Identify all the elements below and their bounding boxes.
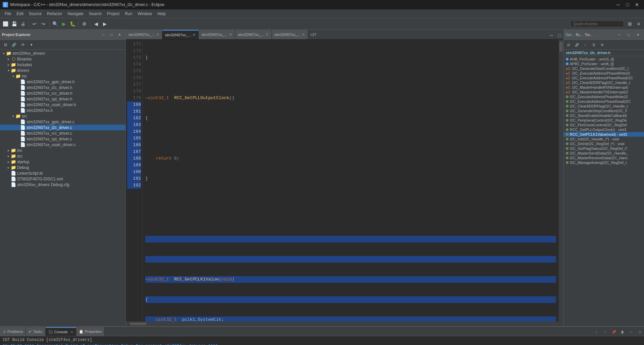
menu-navigate[interactable]: Navigate — [65, 9, 86, 18]
tree-item-src2[interactable]: ▸ 📁 src — [0, 153, 126, 159]
tab-close-1[interactable]: ✕ — [192, 33, 196, 37]
editor-tab-1[interactable]: stm32f407xx_... ✕ — [162, 30, 199, 39]
console-scroll-up[interactable]: ↑ — [601, 328, 609, 336]
save-button[interactable]: 💾 — [10, 20, 18, 28]
menu-file[interactable]: File — [2, 9, 14, 18]
rp-item-rcc-pclk1[interactable]: RCC_GetPCLK1Value(void) : uint3 — [564, 132, 644, 137]
rp-item-i2c-masterrcv[interactable]: I2C_MasterReceiveData(I2C_Hanc — [564, 156, 644, 160]
pe-link-button[interactable]: 🔗 — [10, 41, 18, 49]
editor-tab-0[interactable]: stm32f407xx_... ✕ — [126, 30, 162, 39]
rp-item-rcc-pll[interactable]: RCC_GetPLLOutputClock() : uint3 — [564, 127, 644, 132]
menu-help[interactable]: Help — [155, 9, 168, 18]
pe-menu-button[interactable]: ▾ — [28, 41, 36, 49]
menu-project[interactable]: Project — [104, 9, 122, 18]
tree-item-inc1[interactable]: ▾ 📁 inc — [0, 73, 126, 79]
rp-item-i2c-rxne[interactable]: ●S I2C_MasterHandleRXNEInterrupt( — [564, 85, 644, 90]
rp-item-i2c-periph-ctrl[interactable]: I2C_PeripheralControl(I2C_RegDe — [564, 118, 644, 123]
search-button[interactable]: 🔍 — [51, 20, 59, 28]
build-button[interactable]: ⚙ — [80, 20, 88, 28]
tree-item-rcc-c[interactable]: 📄 stm32f407xx_rcc_driver.c — [0, 130, 126, 136]
tab-close-2[interactable]: ✕ — [229, 32, 232, 37]
rp-item-i2c-addr-read2[interactable]: I2C_ExecuteAddressPhaseRead(I2C — [564, 99, 644, 104]
tab-close-3[interactable]: ✕ — [265, 32, 269, 37]
tree-item-includes[interactable]: ▸ 📁 Includes — [0, 62, 126, 68]
tree-item-usart-c[interactable]: 📄 stm32f407xx_usart_driver.c — [0, 142, 126, 147]
tree-item-gpio-h[interactable]: 📄 stm32f407xx_gpio_driver.h — [0, 79, 126, 85]
rp-item-i2c-slave[interactable]: I2C_SlaveEnableDisableCallbackE — [564, 113, 644, 118]
menu-search[interactable]: Search — [86, 9, 104, 18]
pe-collapse-button[interactable]: ⊟ — [1, 41, 9, 49]
perspective-button[interactable]: ⊞ — [626, 20, 634, 28]
rp-tab-tasks[interactable]: Tas... — [585, 31, 593, 39]
rp-item-i2c-mastersend[interactable]: I2C_MasterSendData(I2C_Handle_ — [564, 151, 644, 156]
rp-item-i2c-addr-write2[interactable]: I2C_ExecuteAddressPhaseWrite(I2 — [564, 94, 644, 99]
tree-item-rcc-h[interactable]: 📄 stm32f407xx_rcc_driver.h — [0, 90, 126, 96]
rp-item-i2c-init[interactable]: I2C_Init(I2C_Handle_t*) : void — [564, 137, 644, 141]
rp-item-i2c-deinit[interactable]: I2C_DeInit(I2C_RegDef_t*) : void — [564, 141, 644, 146]
tab-close-0[interactable]: ✕ — [156, 32, 159, 37]
tree-item-binaries[interactable]: ▸ ⬡ Binaries — [0, 56, 126, 62]
tree-item-i2c-h[interactable]: 📄 stm32f407xx_i2c_driver.h — [0, 85, 126, 90]
rp-item-i2c-start[interactable]: ●S I2C_GenerateStartCondition(I2C_I — [564, 66, 644, 71]
pe-minimize-button[interactable]: ─ — [99, 31, 107, 39]
rp-item-i2c-clear-addr1[interactable]: ●S I2C_ClearADDRFlag(I2C_Handle_t — [564, 80, 644, 85]
rp-item-i2c-txe[interactable]: ●S I2C_MasterHandleTXEInterrupt(I2 — [564, 90, 644, 94]
rp-filter[interactable]: ☰ — [590, 41, 598, 49]
scrollbar-horizontal[interactable] — [126, 321, 563, 326]
redo-button[interactable]: ↪ — [39, 20, 47, 28]
tab-close-4[interactable]: ✕ — [302, 32, 305, 37]
maximize-button[interactable]: □ — [623, 1, 632, 8]
run-button[interactable]: ▶ — [60, 20, 68, 28]
rp-tab-build[interactable]: Bu... — [575, 31, 583, 39]
menu-refactor[interactable]: Refactor — [44, 9, 65, 18]
undo-button[interactable]: ↩ — [31, 20, 39, 28]
rp-maximize-button[interactable]: □ — [625, 31, 633, 39]
menu-window[interactable]: Window — [135, 9, 155, 18]
rp-minimize-button[interactable]: ─ — [615, 31, 623, 39]
bottom-tab-tasks[interactable]: ✔ Tasks — [26, 327, 45, 336]
editor-minimize-button[interactable]: ─ — [547, 31, 555, 39]
rp-item-i2c-stop[interactable]: I2C_GenerateStopCondition(I2C_F — [564, 109, 644, 113]
pe-close-button[interactable]: ✕ — [115, 31, 123, 39]
prev-button[interactable]: ◀ — [92, 20, 100, 28]
console-clear[interactable]: 🗑 — [618, 328, 627, 336]
tab-count[interactable]: >27 — [308, 30, 318, 39]
pe-sync-button[interactable]: ⟳ — [19, 41, 27, 49]
tree-item-src1[interactable]: ▾ 📁 src — [0, 113, 126, 119]
next-button[interactable]: ▶ — [101, 20, 109, 28]
rp-item-ahb[interactable]: AHB_PreScaler : uint16_t[] — [564, 57, 644, 61]
rp-item-i2c-flagstatus[interactable]: I2C_GetFlagStatus(I2C_RegDef_t*, — [564, 146, 644, 151]
tab-close[interactable]: ✕ — [70, 330, 73, 334]
rp-link-editor[interactable]: 🔗 — [573, 41, 581, 49]
pe-maximize-button[interactable]: □ — [107, 31, 115, 39]
rp-item-apb1[interactable]: APB1_PreScaler : uint8_t[] — [564, 61, 644, 66]
editor-tab-2[interactable]: stm32f407xx_... ✕ — [199, 30, 235, 39]
rp-collapse-all[interactable]: ⊟ — [564, 41, 573, 49]
tree-item-inc2[interactable]: ▸ 📁 inc — [0, 147, 126, 153]
tree-item-startup[interactable]: ▸ 📁 startup — [0, 159, 126, 165]
rp-item-i2c-clk-ctrl[interactable]: I2C_PeriClockControl(I2C_RegDef — [564, 123, 644, 127]
tree-item-usart-h[interactable]: 📄 stm32f407xx_usart_driver.h — [0, 102, 126, 107]
menu-edit[interactable]: Edit — [14, 9, 26, 18]
rp-item-i2c-acking[interactable]: I2C_ManageAcking(I2C_RegDef_t — [564, 160, 644, 165]
bottom-minimize[interactable]: ─ — [627, 328, 635, 336]
rp-item-i2c-clear-addr2[interactable]: I2C_ClearADDRFlag(I2C_Handle_t — [564, 104, 644, 109]
tree-item-linker[interactable]: 📄 LinkerScript.ld — [0, 170, 126, 176]
editor-tab-4[interactable]: stm32f407xx_... ✕ — [272, 30, 308, 39]
tree-item-cfg[interactable]: 📄 stm32f4xx_drivers Debug.cfg — [0, 182, 126, 187]
tree-item-gpio-c[interactable]: 📄 stm32f407xx_gpio_driver.c — [0, 119, 126, 125]
scrollbar-vertical[interactable] — [559, 40, 563, 321]
debug-button[interactable]: 🐛 — [68, 20, 77, 28]
rp-settings[interactable]: ⚙ — [598, 41, 606, 49]
console-scroll-down[interactable]: ↓ — [592, 328, 600, 336]
tree-item-drivers[interactable]: ▾ 📁 drivers — [0, 68, 126, 73]
new-button[interactable]: ⬜ — [1, 20, 9, 28]
tree-item-debug[interactable]: ▸ 📁 Debug — [0, 165, 126, 170]
bottom-tab-properties[interactable]: 📋 Properties — [76, 327, 105, 336]
editor-tab-3[interactable]: stm32f407xx_... ✕ — [235, 30, 272, 39]
view-button[interactable]: ≡ — [635, 20, 643, 28]
print-button[interactable]: 🖨 — [19, 20, 27, 28]
tree-item-main-h[interactable]: 📄 stm32f407xx.h — [0, 107, 126, 113]
rp-tab-outline[interactable]: Out... — [566, 31, 574, 39]
menu-source[interactable]: Source — [26, 9, 44, 18]
